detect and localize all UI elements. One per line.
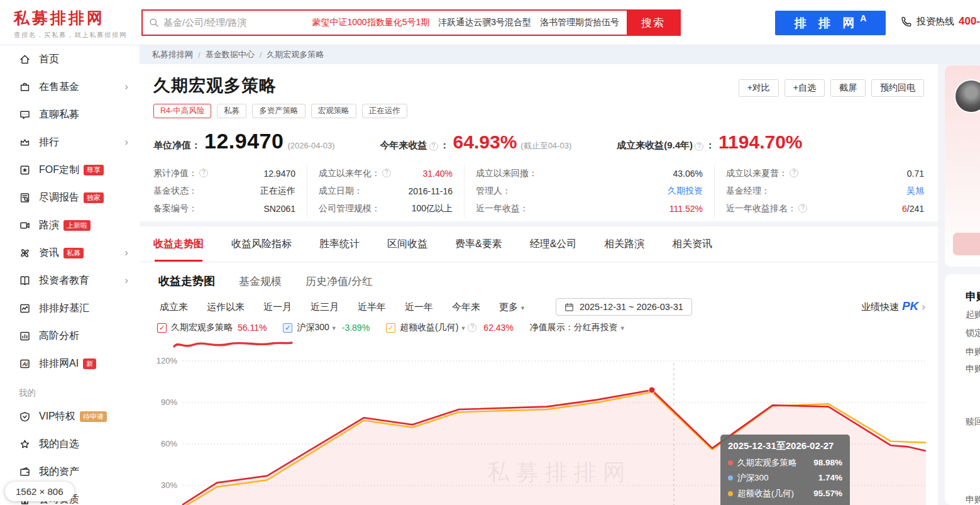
- detail-row: 备案编号： SN2061: [153, 200, 295, 218]
- y-tick-90: 90%: [161, 397, 177, 407]
- badge: 私募: [63, 248, 84, 258]
- subtab-nav-history[interactable]: 历史净值/分红: [306, 274, 373, 289]
- tab-performance-chart[interactable]: 收益走势图: [153, 238, 204, 251]
- tooltip-row: 久期宏观多策略 98.98%: [728, 455, 842, 470]
- left-sidebar: 首页 在售基金 › 直聊私募 排行 › FOF定制 尊享 尽调报告 独家 路演 …: [0, 45, 140, 505]
- fund-actions: +对比 +自选 截屏 预约回电: [739, 79, 924, 97]
- help-icon[interactable]: ?: [798, 204, 807, 213]
- sidebar-item-advanced-analysis[interactable]: 高阶分析: [0, 322, 140, 350]
- fund-manager-link[interactable]: 吴旭: [906, 186, 924, 197]
- subtab-performance[interactable]: 收益走势图: [158, 274, 215, 289]
- tab-interval-return[interactable]: 区间收益: [387, 238, 427, 251]
- chevron-down-icon: ▼: [520, 305, 526, 311]
- sidebar-item-fof[interactable]: FOF定制 尊享: [0, 156, 140, 184]
- performance-pk-link[interactable]: 业绩快速 PK ›: [861, 299, 925, 313]
- excess-series-label[interactable]: 超额收益(几何)▼: [400, 322, 466, 333]
- sidebar-item-home[interactable]: 首页: [0, 45, 140, 73]
- strategy-tag: 多资产策略: [252, 104, 306, 118]
- breadcrumb-home[interactable]: 私募排排网: [152, 49, 193, 60]
- chevron-right-icon: ›: [124, 136, 128, 148]
- search-button[interactable]: 搜索: [627, 11, 680, 35]
- hot-keyword[interactable]: 蒙玺中证1000指数量化5号1期: [312, 17, 429, 28]
- excess-series-checkbox[interactable]: ✓: [386, 323, 395, 333]
- sidebar-item-roadshow[interactable]: 路演 上新啦: [0, 211, 140, 239]
- hotline-label: 投资热线: [917, 16, 954, 28]
- range-1m[interactable]: 近一月: [263, 301, 292, 313]
- logo-tagline: 查排名，买私募，就上私募排排网: [14, 31, 127, 40]
- fund-series-checkbox[interactable]: ✓: [157, 323, 167, 333]
- add-compare-button[interactable]: +对比: [739, 79, 779, 97]
- hot-keyword[interactable]: 洛书管理期货拾伍号: [540, 17, 619, 28]
- sidebar-item-news[interactable]: 资讯 私募 ›: [0, 239, 140, 267]
- index-series-checkbox[interactable]: ✓: [283, 323, 292, 333]
- sidebar-item-chat[interactable]: 直聊私募: [0, 101, 140, 128]
- key-stats-row: 单位净值： 12.9470 (2026-04-03) 今年来收益 ? ： 64.…: [153, 129, 807, 153]
- inception-date-value: 2016-11-16: [408, 186, 453, 196]
- fof-star-icon: [19, 164, 31, 176]
- sidebar-item-dd-report[interactable]: 尽调报告 独家: [0, 184, 140, 211]
- chevron-right-icon: ›: [124, 80, 128, 93]
- sidebar-item-watchlist[interactable]: 我的自选: [0, 430, 140, 458]
- range-3m[interactable]: 近三月: [311, 301, 339, 313]
- video-camera-icon: [19, 219, 31, 231]
- breadcrumb: 私募排排网 / 基金数据中心 / 久期宏观多策略: [140, 45, 980, 64]
- breadcrumb-data-center[interactable]: 基金数据中心: [206, 49, 255, 60]
- company-aum-value: 100亿以上: [412, 203, 453, 214]
- help-icon[interactable]: ?: [199, 169, 208, 177]
- index-series-label[interactable]: 沪深300▼: [297, 322, 336, 333]
- subtab-fund-scale[interactable]: 基金规模: [239, 274, 282, 289]
- range-ytd[interactable]: 今年来: [452, 301, 480, 313]
- purchase-row: 申购: [966, 494, 980, 505]
- date-range-picker[interactable]: 2025-12-31 ~ 2026-03-31: [556, 298, 692, 316]
- tab-manager-company[interactable]: 经理&公司: [530, 238, 577, 251]
- tab-risk-metrics[interactable]: 收益风险指标: [231, 238, 292, 251]
- badge: 新: [83, 358, 96, 369]
- nav-date: (2026-04-03): [287, 141, 334, 150]
- tab-fees[interactable]: 费率&要素: [455, 238, 502, 251]
- callback-button[interactable]: 预约回电: [871, 79, 924, 97]
- tooltip-row: 超额收益(几何) 95.57%: [728, 486, 842, 501]
- hot-keyword[interactable]: 沣跃通达云骥3号混合型: [438, 17, 531, 28]
- sidebar-item-ai[interactable]: Ai 排排网AI 新: [0, 350, 140, 377]
- help-icon[interactable]: ?: [382, 169, 391, 177]
- screenshot-button[interactable]: 截屏: [830, 79, 866, 97]
- tab-news[interactable]: 相关资讯: [672, 238, 712, 251]
- add-watchlist-button[interactable]: +自选: [785, 79, 825, 97]
- help-icon[interactable]: ?: [790, 169, 798, 177]
- sidebar-item-funds-on-sale[interactable]: 在售基金 ›: [0, 73, 140, 101]
- range-6m[interactable]: 近半年: [358, 301, 386, 313]
- sidebar-item-ranking[interactable]: 排行 ›: [0, 128, 140, 156]
- detail-row: 累计净值：? 12.9470: [153, 165, 295, 182]
- excess-series-value: 62.43%: [483, 323, 513, 333]
- site-logo[interactable]: 私募排排网 查排名，买私募，就上私募排排网: [14, 8, 127, 40]
- search-input[interactable]: 基金/公司/经理/路演 蒙玺中证1000指数量化5号1期 沣跃通达云骥3号混合型…: [143, 11, 627, 35]
- tooltip-row: 沪深300 1.74%: [728, 470, 842, 486]
- series-dot: [728, 460, 733, 465]
- range-1y[interactable]: 近一年: [405, 301, 433, 313]
- range-since-inception[interactable]: 成立来: [160, 301, 188, 313]
- help-icon[interactable]: ?: [468, 323, 476, 332]
- tab-win-rate[interactable]: 胜率统计: [319, 238, 360, 251]
- range-more-dropdown[interactable]: 更多▼: [499, 301, 526, 313]
- hotline-number: 400-6: [959, 15, 980, 28]
- strategy-tag: 宏观策略: [311, 104, 356, 118]
- app-download-button[interactable]: 排 排 网 A: [775, 11, 886, 35]
- sidebar-item-vip[interactable]: VIP特权 待申请: [0, 402, 140, 430]
- help-icon[interactable]: ?: [695, 142, 703, 151]
- range-since-operation[interactable]: 运作以来: [207, 301, 245, 313]
- help-icon[interactable]: ?: [429, 142, 438, 151]
- sidebar-item-good-funds[interactable]: 排排好基汇: [0, 294, 140, 322]
- chevron-right-icon: ›: [124, 247, 128, 259]
- page-title: 久期宏观多策略: [153, 74, 277, 97]
- sidebar-item-investor-education[interactable]: 投资者教育 ›: [0, 267, 140, 294]
- advisor-avatar[interactable]: [954, 79, 980, 113]
- manager-company-link[interactable]: 久期投资: [668, 186, 703, 197]
- tab-roadshows[interactable]: 相关路演: [604, 238, 644, 251]
- fund-info-card: 久期宏观多策略 +对比 +自选 截屏 预约回电 R4-中高风险 私募 多资产策略…: [140, 64, 938, 221]
- search-bar: 基金/公司/经理/路演 蒙玺中证1000指数量化5号1期 沣跃通达云骥3号混合型…: [141, 9, 681, 36]
- vip-shield-icon: [19, 411, 31, 423]
- purchase-row: 锁定: [966, 328, 980, 339]
- nav-display-dropdown[interactable]: 分红再投资▼: [574, 322, 625, 333]
- advisor-action-button[interactable]: [953, 233, 980, 255]
- chat-bubble-icon: [19, 109, 31, 121]
